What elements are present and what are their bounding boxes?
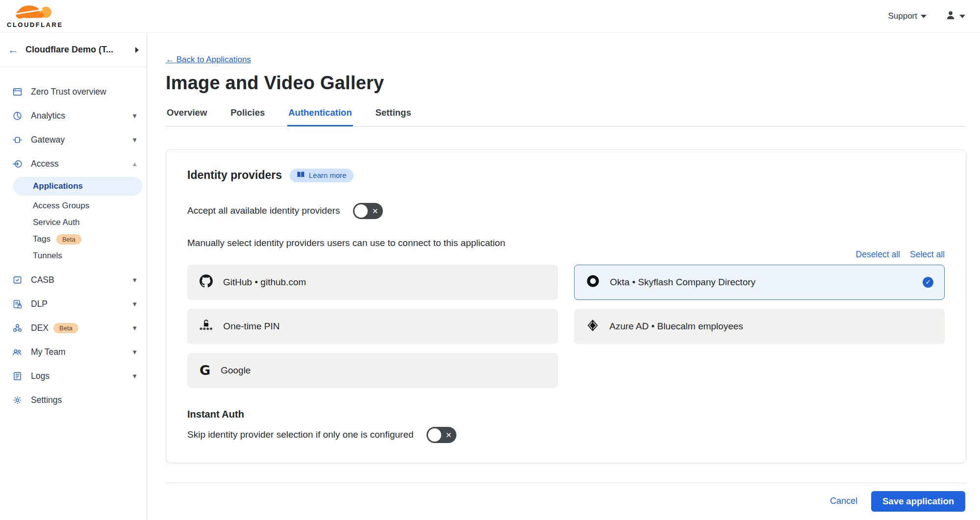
overview-window-icon <box>12 87 23 98</box>
sidebar-item-zero-trust-overview[interactable]: Zero Trust overview <box>0 80 147 104</box>
toggle-knob <box>354 204 368 218</box>
cloudflare-wordmark: CLOUDFLARE <box>7 21 63 28</box>
chevron-down-icon[interactable]: ▼ <box>131 276 138 284</box>
cancel-button[interactable]: Cancel <box>830 496 857 506</box>
chevron-up-icon[interactable]: ▲ <box>131 160 138 168</box>
toggle-x-icon: ✕ <box>446 431 452 439</box>
sidebar-item-label: Tunnels <box>33 251 62 261</box>
learn-more-link[interactable]: Learn more <box>290 169 353 182</box>
toggle-knob <box>428 428 441 442</box>
sidebar-item-gateway[interactable]: Gateway ▼ <box>0 128 147 152</box>
account-menu[interactable] <box>945 10 965 23</box>
access-sub-menu: Applications Access Groups Service Auth … <box>0 177 147 264</box>
dex-network-icon <box>12 323 23 334</box>
chevron-down-icon[interactable]: ▼ <box>131 348 138 356</box>
page-title: Image and Video Gallery <box>166 73 966 94</box>
chevron-down-icon[interactable]: ▼ <box>131 112 138 120</box>
chevron-right-icon[interactable] <box>135 47 139 53</box>
idp-label: One-time PIN <box>223 321 279 332</box>
team-switcher[interactable]: ← Cloudflare Demo (T... <box>0 33 147 67</box>
top-bar: CLOUDFLARE Support <box>0 0 980 33</box>
sidebar-item-applications[interactable]: Applications <box>13 177 143 196</box>
tab-overview[interactable]: Overview <box>166 107 208 126</box>
idp-label: Okta • Skyflash Company Directory <box>610 277 755 288</box>
github-icon <box>200 274 213 290</box>
my-team-people-icon <box>12 347 23 358</box>
sidebar-item-label: Settings <box>31 395 138 405</box>
selected-check-icon: ✓ <box>923 277 933 288</box>
tab-authentication[interactable]: Authentication <box>287 107 353 126</box>
deselect-all-link[interactable]: Deselect all <box>856 249 900 260</box>
sidebar-item-label: Analytics <box>31 111 123 121</box>
one-time-pin-icon: **** <box>200 320 213 333</box>
sidebar-item-settings[interactable]: Settings <box>0 388 147 412</box>
sidebar-item-label: DLP <box>31 299 123 309</box>
sidebar-item-tunnels[interactable]: Tunnels <box>0 248 147 264</box>
idp-tile-okta[interactable]: Okta • Skyflash Company Directory ✓ <box>574 265 945 300</box>
book-icon <box>297 171 305 180</box>
chevron-down-icon[interactable]: ▼ <box>131 324 138 332</box>
okta-icon <box>586 274 600 290</box>
instant-auth-title: Instant Auth <box>187 409 945 420</box>
team-name: Cloudflare Demo (T... <box>25 45 128 55</box>
idp-tile-google[interactable]: G Google <box>187 353 558 388</box>
sidebar-item-access-groups[interactable]: Access Groups <box>0 198 147 214</box>
sidebar-item-my-team[interactable]: My Team ▼ <box>0 340 147 364</box>
select-all-link[interactable]: Select all <box>910 249 945 260</box>
pin-stars: **** <box>200 326 213 333</box>
casb-box-check-icon <box>12 275 23 286</box>
sidebar-item-access[interactable]: Access ▲ <box>0 152 147 176</box>
sidebar-item-dex[interactable]: DEX Beta ▼ <box>0 316 147 340</box>
chevron-down-icon[interactable]: ▼ <box>131 372 138 380</box>
beta-badge: Beta <box>53 323 78 333</box>
sidebar-item-label: Access Groups <box>33 201 89 211</box>
tab-policies[interactable]: Policies <box>229 107 266 126</box>
save-application-button[interactable]: Save application <box>871 491 965 512</box>
sidebar-item-label: Access <box>31 159 123 169</box>
sidebar-item-service-auth[interactable]: Service Auth <box>0 214 147 231</box>
chevron-down-icon[interactable]: ▼ <box>131 300 138 308</box>
chevron-down-icon <box>921 15 927 18</box>
idp-label: Google <box>221 365 251 376</box>
sidebar-item-analytics[interactable]: Analytics ▼ <box>0 104 147 128</box>
cloudflare-cloud-icon <box>11 4 58 23</box>
identity-provider-grid: GitHub • github.com Okta • Skyflash Comp… <box>187 265 945 388</box>
idp-label: Azure AD • Bluecalm employees <box>609 321 743 332</box>
toggle-x-icon: ✕ <box>372 207 378 215</box>
idp-tile-azure-ad[interactable]: Azure AD • Bluecalm employees <box>574 309 945 344</box>
sidebar-item-label: CASB <box>31 275 123 285</box>
support-label: Support <box>888 11 917 21</box>
idp-label: GitHub • github.com <box>223 277 306 288</box>
sidebar-item-tags[interactable]: Tags Beta <box>0 231 147 248</box>
main-content: ← Back to Applications Image and Video G… <box>147 33 980 520</box>
analytics-pie-icon <box>12 111 23 122</box>
back-arrow-icon[interactable]: ← <box>8 45 19 55</box>
cloudflare-logo[interactable]: CLOUDFLARE <box>7 4 63 28</box>
accept-all-toggle[interactable]: ✕ <box>353 203 383 219</box>
sidebar-item-label: Applications <box>33 181 83 191</box>
sidebar-item-text: DEX <box>31 323 49 333</box>
instant-auth-toggle[interactable]: ✕ <box>427 427 456 443</box>
sidebar-item-label: Tags <box>33 234 50 244</box>
card-title: Identity providers <box>187 169 282 182</box>
sidebar: ← Cloudflare Demo (T... Zero Trust overv… <box>0 33 147 520</box>
gateway-icon <box>12 135 23 146</box>
sidebar-nav: Zero Trust overview Analytics ▼ <box>0 67 147 412</box>
idp-tile-github[interactable]: GitHub • github.com <box>187 265 558 300</box>
instant-auth-label: Skip identity provider selection if only… <box>187 429 414 440</box>
sidebar-item-logs[interactable]: Logs ▼ <box>0 364 147 388</box>
tab-settings[interactable]: Settings <box>375 107 412 126</box>
logs-document-icon <box>12 371 23 382</box>
support-menu[interactable]: Support <box>888 11 927 21</box>
sidebar-item-dlp[interactable]: DLP ▼ <box>0 292 147 316</box>
sidebar-item-label: Service Auth <box>33 218 79 227</box>
idp-tile-one-time-pin[interactable]: **** One-time PIN <box>187 309 558 344</box>
user-icon <box>945 10 956 23</box>
google-icon: G <box>200 364 210 377</box>
manual-select-label: Manually select identity providers users… <box>187 238 945 248</box>
back-to-applications-link[interactable]: ← Back to Applications <box>166 55 251 65</box>
sidebar-item-casb[interactable]: CASB ▼ <box>0 268 147 292</box>
accept-all-label: Accept all available identity providers <box>187 205 340 216</box>
access-login-icon <box>12 159 23 170</box>
chevron-down-icon[interactable]: ▼ <box>131 136 138 144</box>
